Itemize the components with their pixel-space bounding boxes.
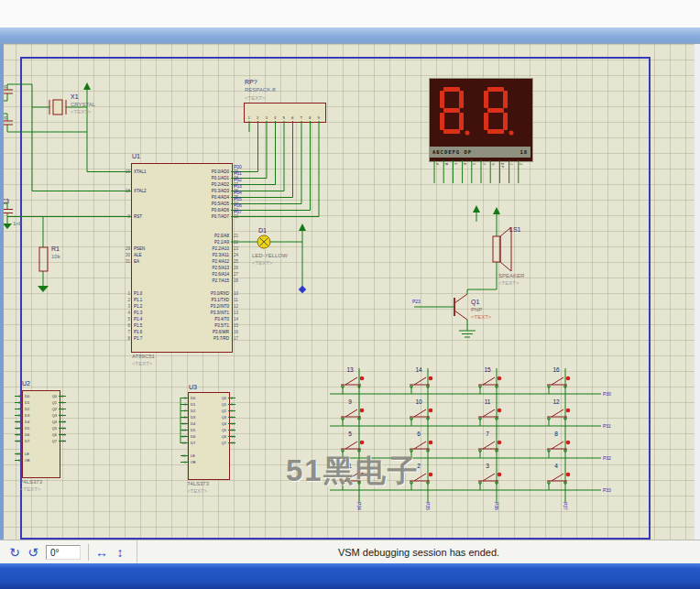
pin-label: D7 [25,438,39,444]
pin-label: P2.2/A10 [161,245,229,252]
u3-left-pin-names: D0D1D2D3D4D5D6D7 LEOE [191,395,205,465]
keypad-button[interactable] [543,431,573,460]
q1-text: <TEXT> [471,314,491,320]
pin-label: 1 [9,457,20,464]
u3-text: <TEXT> [187,488,207,494]
pin-label: P3.3/INT1 [161,310,229,316]
keypad-button[interactable] [337,366,366,396]
pin-label: 4 [118,310,130,316]
pin-label: 2 [231,395,242,401]
status-message: VSM debugging session has ended. [338,547,499,558]
pin-label: D4 [191,420,205,427]
q1-value: PNP [471,307,482,312]
window-left-frame [0,44,4,540]
pin-label: P2.0/A8 [161,233,229,239]
keypad-button[interactable] [337,431,366,460]
keypad-button[interactable] [475,431,504,460]
pin-label: P0.5/AD5 [161,201,229,207]
status-bar: VSM debugging session has ended. [137,540,700,563]
pin-label: D6 [25,431,39,438]
keypad-row-net-label: P30 [603,391,611,397]
pin-label [134,220,165,226]
pin-label: D6 [191,433,205,440]
window-right-frame [695,44,700,540]
keypad-button[interactable] [475,463,504,492]
pin-label: P0.3/AD3 [161,188,229,194]
bus-net-label: P02 [234,177,242,182]
schematic-canvas[interactable]: ABCDEFG DP 18 [0,43,700,540]
pin-label: Q0 [38,393,57,399]
pin-label [134,207,165,213]
pin-label: Q5 [207,427,226,433]
keypad-button[interactable] [337,463,366,492]
pin-label: 19 [231,440,242,446]
pin-label: OE [191,459,205,465]
pin-label: 6 [231,408,242,414]
keypad-button[interactable] [406,463,435,492]
pin-label: 7 [175,408,186,414]
pin-label: 3 [118,303,130,310]
pin-label: 8 [175,414,186,420]
keypad-row-net-label: P32 [603,455,611,461]
keypad-button[interactable] [475,398,504,428]
flip-horizontal-icon: ↔ [95,545,108,560]
rotate-ccw-button[interactable]: ↺ [24,543,42,562]
pin-label: 28 [234,278,246,284]
pin-label: D2 [191,408,205,414]
u2-text: <TEXT> [20,486,40,492]
flip-vertical-button[interactable]: ↕ [111,543,129,562]
pin-label: 3 [175,395,186,401]
pin-label: P1.0 [134,290,165,297]
d1-text: <TEXT> [252,260,272,266]
rotate-cw-button[interactable]: ↻ [5,543,24,562]
pin-label: D3 [25,412,39,419]
pin-label [134,181,165,188]
pin-label [161,284,229,290]
pin-label: 16 [61,431,72,438]
pin-label: P3.7/RD [161,335,229,342]
pin-label [118,265,130,271]
pin-label [118,284,130,290]
pin-label: 13 [9,419,20,425]
u3-left-pin-numbers: 347813141718 111 [175,395,186,465]
toolbar-separator [88,544,89,561]
keypad-button[interactable] [543,366,573,396]
pin-label: 9 [118,213,130,220]
pin-label: 18 [9,438,20,444]
os-taskbar[interactable] [0,562,700,589]
pin-label [191,446,205,453]
rp-ref: RP? [245,79,257,85]
pin-label: 1 [118,290,130,297]
keypad-button[interactable] [475,366,504,396]
pin-label [118,207,130,213]
keypad-button[interactable] [406,366,435,396]
u3-right-pin-numbers: 256912151619 [231,395,242,446]
display-part-number: 18 [520,149,528,155]
rotate-ccw-icon: ↺ [27,545,38,560]
pin-label: 18 [118,188,130,194]
x1-text: <TEXT> [71,109,91,115]
pin-label: RST [134,213,165,220]
pin-label [134,175,165,181]
keypad-col-net-label: P37 [563,502,568,510]
keypad-button[interactable] [543,398,573,428]
pin-label [118,278,130,284]
pin-label: Q2 [38,406,57,412]
title-bar[interactable] [0,27,700,44]
keypad-button[interactable] [543,463,573,492]
pin-label: 11 [175,453,186,459]
keypad-button[interactable] [406,431,435,460]
u1-left-pin-names: XTAL1 XTAL2 RST PSENALEEA P1.0P1.1P1.2P1… [134,169,165,342]
keypad-col-net-label: P35 [425,502,431,510]
rotation-angle-field[interactable]: 0° [46,545,81,560]
pin-label: Q3 [38,412,57,419]
keypad-button[interactable] [406,398,435,428]
pin-label: Q7 [207,440,226,446]
respack-chip[interactable] [244,103,326,123]
keypad-col-net-label: P34 [356,502,362,510]
pin-label: 5 [118,316,130,322]
keypad-button[interactable] [337,398,366,428]
pin-label: EA [134,258,165,265]
seven-segment-label-band: ABCDEFG DP 18 [430,147,530,158]
flip-horizontal-button[interactable]: ↔ [93,543,111,562]
